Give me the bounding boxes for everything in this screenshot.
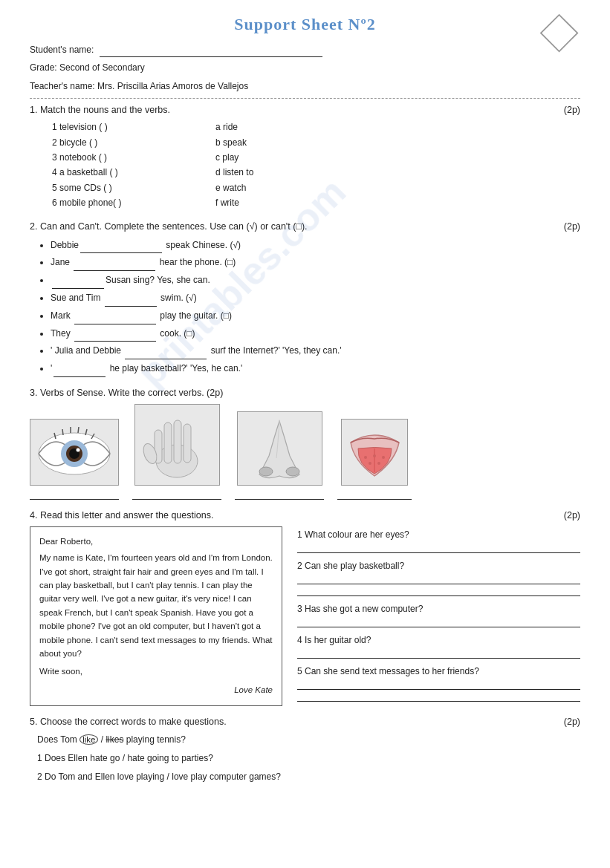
section1: 1. Match the nouns and the verbs. (2p) 1… — [30, 105, 580, 210]
answer-line[interactable] — [297, 648, 580, 659]
verb-item: b speak — [215, 135, 580, 150]
question-text: 2 Can she play basketball? — [297, 561, 404, 571]
noun-item: 2 bicycle ( ) — [52, 135, 215, 150]
section3-header: 3. Verbs of Sense. Write the correct ver… — [30, 388, 580, 398]
list-item: ' he play basketball?' 'Yes, he can.' — [51, 359, 580, 377]
images-row — [30, 404, 580, 500]
svg-point-5 — [77, 448, 80, 451]
s5-item-1: 1 Does Ellen hate go / hate going to par… — [37, 750, 580, 767]
section5: 5. Choose the correct words to make ques… — [30, 717, 580, 785]
list-item: Sue and Tim swim. (√) — [51, 289, 580, 307]
list-item: They cook. (□) — [51, 324, 580, 342]
answer-blank[interactable] — [74, 307, 156, 324]
letter-body: My name is Kate, I'm fourteen years old … — [39, 551, 273, 660]
answer-line[interactable] — [297, 691, 580, 702]
hand-svg — [138, 408, 216, 482]
strikethrough-word: likes — [106, 734, 123, 745]
section1-header: 1. Match the nouns and the verbs. (2p) — [30, 105, 580, 115]
question-item: 3 Has she got a new computer? — [297, 602, 580, 627]
answer-line[interactable] — [297, 679, 580, 690]
section3: 3. Verbs of Sense. Write the correct ver… — [30, 388, 580, 500]
tongue-image — [341, 419, 408, 486]
section2-title: Can and Can't. Complete the sentences. U… — [40, 221, 308, 232]
section4-container: Dear Roberto, My name is Kate, I'm fourt… — [30, 526, 580, 706]
svg-point-23 — [382, 456, 385, 459]
verb-item: c play — [215, 150, 580, 165]
section1-points: (2p) — [564, 105, 580, 115]
answer-blank[interactable] — [125, 342, 207, 359]
hand-answer-line[interactable] — [132, 489, 221, 500]
tongue-image-box — [337, 419, 412, 500]
answer-blank[interactable] — [74, 253, 155, 271]
question-text: 1 What colour are her eyes? — [297, 529, 409, 540]
nose-image-box — [235, 411, 324, 500]
section3-title: Verbs of Sense. Write the correct verbs.… — [40, 388, 223, 398]
svg-rect-15 — [174, 420, 181, 463]
answer-blank[interactable] — [53, 359, 106, 377]
section4-number: 4. — [30, 510, 37, 521]
verb-item: f write — [215, 195, 580, 210]
svg-line-7 — [62, 429, 63, 435]
list-item: Mark play the guitar. (□) — [51, 307, 580, 324]
noun-column: 1 television ( ) 2 bicycle ( ) 3 noteboo… — [52, 120, 215, 210]
hand-image — [134, 404, 220, 486]
eye-answer-line[interactable] — [30, 489, 119, 500]
section5-points: (2p) — [564, 717, 580, 727]
section3-number: 3. — [30, 388, 37, 398]
section5-items: Does Tom like / likes playing tennis? 1 … — [30, 731, 580, 785]
svg-point-19 — [286, 467, 299, 476]
question-item: 2 Can she play basketball? — [297, 559, 580, 596]
s5-intro-item: Does Tom like / likes playing tennis? — [37, 731, 580, 748]
section4-points: (2p) — [564, 510, 580, 521]
answer-blank[interactable] — [80, 236, 162, 254]
answer-blank[interactable] — [52, 271, 104, 289]
svg-line-9 — [78, 427, 79, 433]
section1-number: 1. — [30, 105, 37, 115]
circled-word: like — [80, 734, 98, 745]
answer-line[interactable] — [297, 586, 580, 596]
letter-greeting: Dear Roberto, — [39, 535, 273, 548]
section5-header: 5. Choose the correct words to make ques… — [30, 717, 580, 727]
section4-header: 4. Read this letter and answer the quest… — [30, 510, 580, 521]
section2-points: (2p) — [564, 221, 580, 232]
section5-title: Choose the correct words to make questio… — [40, 717, 227, 727]
student-info: Student's name: — [30, 42, 580, 57]
list-item: Jane hear the phone. (□) — [51, 253, 580, 271]
noun-item: 5 some CDs ( ) — [52, 180, 215, 195]
section1-title: Match the nouns and the verbs. — [40, 105, 170, 115]
s5-item-2: 2 Do Tom and Ellen love playing / love p… — [37, 769, 580, 786]
answer-line[interactable] — [297, 617, 580, 627]
nose-answer-line[interactable] — [235, 489, 324, 500]
answer-blank[interactable] — [74, 324, 156, 342]
eye-svg — [33, 422, 115, 482]
answer-line[interactable] — [297, 543, 580, 553]
diamond-decoration — [539, 13, 580, 54]
letter-signature: Love Kate — [39, 683, 273, 696]
page-title: Support Sheet Nº2 — [30, 15, 580, 34]
question-text: 3 Has she got a new computer? — [297, 604, 423, 614]
question-text: 4 Is her guitar old? — [297, 635, 371, 645]
section5-number: 5. — [30, 717, 37, 727]
section2-header: 2. Can and Can't. Complete the sentences… — [30, 221, 580, 232]
svg-point-24 — [369, 462, 371, 465]
section2-list: Debbie speak Chinese. (√) Jane hear the … — [30, 236, 580, 377]
answer-line[interactable] — [297, 574, 580, 584]
verb-column: a ride b speak c play d listen to e watc… — [215, 120, 580, 210]
nose-svg — [241, 415, 319, 482]
noun-item: 6 mobile phone( ) — [52, 195, 215, 210]
student-label: Student's name: — [30, 45, 94, 55]
divider — [30, 98, 580, 99]
section2-number: 2. — [30, 221, 37, 232]
noun-item: 1 television ( ) — [52, 120, 215, 134]
nose-image — [237, 411, 322, 486]
svg-point-18 — [259, 467, 273, 476]
hand-image-box — [132, 404, 221, 500]
verb-item: d listen to — [215, 165, 580, 180]
tongue-answer-line[interactable] — [337, 489, 412, 500]
student-name-line — [100, 42, 322, 57]
answer-blank[interactable] — [105, 289, 157, 307]
verb-item: a ride — [215, 120, 580, 134]
letter-box: Dear Roberto, My name is Kate, I'm fourt… — [30, 526, 282, 706]
section4: 4. Read this letter and answer the quest… — [30, 510, 580, 706]
section4-title: Read this letter and answer the question… — [40, 510, 213, 521]
